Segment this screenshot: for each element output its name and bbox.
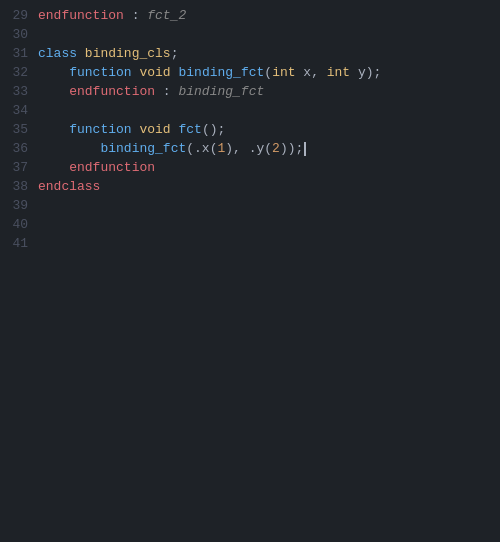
line-number: 36 [0, 139, 28, 158]
code-line-37: endfunction [38, 158, 500, 177]
code-line-34 [38, 101, 500, 120]
code-line-35: function void fct(); [38, 120, 500, 139]
line-number: 32 [0, 63, 28, 82]
code-line-41 [38, 234, 500, 253]
line-number: 35 [0, 120, 28, 139]
code-line-38: endclass [38, 177, 500, 196]
line-number: 41 [0, 234, 28, 253]
line-number: 29 [0, 6, 28, 25]
line-number: 40 [0, 215, 28, 234]
line-number: 37 [0, 158, 28, 177]
code-content[interactable]: endfunction : fct_2 class binding_cls; f… [38, 4, 500, 542]
code-line-40 [38, 215, 500, 234]
code-line-30 [38, 25, 500, 44]
code-editor: 29 30 31 32 33 34 35 36 37 38 39 40 41 e… [0, 0, 500, 542]
line-number: 39 [0, 196, 28, 215]
line-number: 33 [0, 82, 28, 101]
line-number: 31 [0, 44, 28, 63]
line-number: 30 [0, 25, 28, 44]
code-line-32: function void binding_fct(int x, int y); [38, 63, 500, 82]
code-line-39 [38, 196, 500, 215]
code-line-36: binding_fct(.x(1), .y(2)); [38, 139, 500, 158]
line-number: 38 [0, 177, 28, 196]
code-line-29: endfunction : fct_2 [38, 6, 500, 25]
code-line-31: class binding_cls; [38, 44, 500, 63]
code-line-33: endfunction : binding_fct [38, 82, 500, 101]
line-number: 34 [0, 101, 28, 120]
line-numbers: 29 30 31 32 33 34 35 36 37 38 39 40 41 [0, 4, 38, 542]
